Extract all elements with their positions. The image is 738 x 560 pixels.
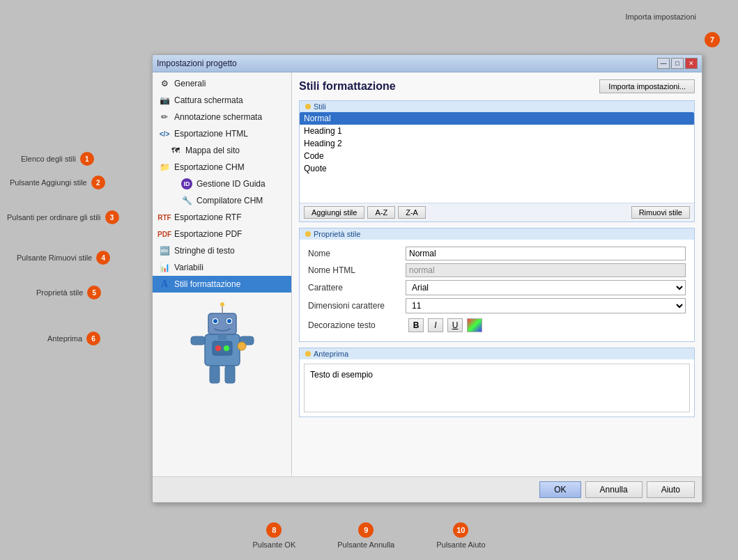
annulla-button[interactable]: Annulla	[585, 481, 643, 498]
sidebar-item-mappa-label: Mappa del sito	[185, 146, 240, 155]
sidebar-item-cattura-label: Cattura schermata	[174, 95, 243, 105]
import-settings-button[interactable]: Importa impostazioni...	[599, 79, 695, 93]
stili-section: Stili Normal Heading 1 Heading 2 Code Qu…	[299, 100, 695, 222]
sidebar-item-gestione[interactable]: ID Gestione ID Guida	[153, 176, 291, 192]
nome-html-input[interactable]	[406, 263, 686, 277]
proprieta-section: Proprietà stile Nome Nome HTML Carattere	[299, 228, 695, 342]
sidebar-item-generali[interactable]: ⚙ Generali	[153, 75, 291, 92]
nome-label: Nome	[305, 245, 403, 262]
dim-carattere-label: Dimensioni carattere	[305, 297, 403, 315]
annotation-1: Elenco degli stili 1	[21, 152, 94, 166]
annotation-4-badge: 4	[96, 251, 110, 265]
sidebar-item-html[interactable]: </> Esportazione HTML	[153, 125, 291, 142]
sidebar-item-rtf-label: Esportazione RTF	[174, 212, 242, 222]
aiuto-button[interactable]: Aiuto	[647, 481, 695, 498]
close-button[interactable]: ✕	[685, 58, 698, 69]
annotation-2-label: Pulsante Aggiungi stile	[10, 178, 87, 187]
anteprima-label: Anteprima	[314, 350, 348, 358]
compiler-icon: 🔧	[180, 194, 193, 207]
sidebar-item-rtf[interactable]: RTF Esportazione RTF	[153, 209, 291, 226]
rimuovi-stile-button[interactable]: Rimuovi stile	[631, 206, 690, 219]
svg-point-6	[213, 319, 217, 323]
sidebar-item-mappa[interactable]: 🗺 Mappa del sito	[153, 142, 291, 159]
annotation-4: Pulsante Rimuovi stile 4	[17, 251, 110, 265]
svg-point-16	[238, 342, 246, 350]
chm-icon: 📁	[158, 161, 171, 173]
carattere-label: Carattere	[305, 279, 403, 297]
annotate-icon: ✏	[158, 111, 171, 123]
anteprima-section: Anteprima Testo di esempio	[299, 348, 695, 417]
annotation-5-badge: 5	[87, 286, 101, 300]
sidebar: ⚙ Generali 📷 Cattura schermata ✏ Annotaz…	[153, 72, 292, 476]
preview-text: Testo di esempio	[310, 370, 373, 380]
svg-point-3	[220, 302, 224, 306]
bottom-annotation-8: 8 Pulsante OK	[252, 522, 295, 549]
svg-point-14	[215, 345, 221, 351]
sidebar-item-stringhe[interactable]: 🔤 Stringhe di testo	[153, 242, 291, 259]
sidebar-item-pdf[interactable]: PDF Esportazione PDF	[153, 226, 291, 242]
underline-button[interactable]: U	[447, 318, 463, 332]
pdf-icon: PDF	[158, 228, 171, 240]
annotation-2: Pulsante Aggiungi stile 2	[10, 176, 105, 189]
stili-section-header: Stili	[300, 101, 694, 112]
nome-value-cell	[403, 245, 689, 262]
sort-za-button[interactable]: Z-A	[398, 206, 426, 219]
annotation-2-badge: 2	[91, 176, 105, 189]
top-annotation-badge: 7	[705, 32, 720, 47]
font-icon: A	[158, 278, 171, 290]
bold-button[interactable]: B	[408, 318, 424, 332]
aggiungi-stile-button[interactable]: Aggiungi stile	[304, 206, 364, 219]
sidebar-item-compilatore[interactable]: 🔧 Compilatore CHM	[153, 192, 291, 209]
proprieta-section-header: Proprietà stile	[300, 228, 694, 240]
sidebar-item-chm[interactable]: 📁 Esportazione CHM	[153, 159, 291, 176]
dim-carattere-select[interactable]: 8 9 10 11 12 14 16	[406, 298, 686, 313]
color-button[interactable]	[467, 318, 482, 332]
annotation-4-label: Pulsante Rimuovi stile	[17, 254, 92, 262]
bottom-label-9: Pulsante Annulla	[337, 540, 394, 549]
nome-input[interactable]	[406, 247, 686, 260]
dim-carattere-value-cell: 8 9 10 11 12 14 16	[403, 297, 689, 315]
styles-list[interactable]: Normal Heading 1 Heading 2 Code Quote	[300, 112, 694, 203]
svg-point-7	[227, 319, 231, 323]
carattere-select[interactable]: Arial Times New Roman Courier New Verdan…	[406, 280, 686, 295]
sidebar-item-cattura[interactable]: 📷 Cattura schermata	[153, 92, 291, 109]
sidebar-item-variabili-label: Variabili	[174, 263, 203, 272]
robot-illustration	[153, 293, 291, 390]
bottom-annotation-9: 9 Pulsante Annulla	[337, 522, 394, 549]
sidebar-item-variabili[interactable]: 📊 Variabili	[153, 259, 291, 276]
sitemap-icon: 🗺	[169, 144, 182, 157]
minimize-button[interactable]: —	[657, 58, 670, 69]
sidebar-item-stili[interactable]: A Stili formattazione	[153, 276, 291, 293]
sidebar-item-pdf-label: Esportazione PDF	[174, 229, 242, 239]
annotation-1-label: Elenco degli stili	[21, 155, 76, 163]
sidebar-item-html-label: Esportazione HTML	[174, 129, 248, 139]
stili-label: Stili	[314, 102, 326, 111]
top-annotation-label: Importa impostazioni	[626, 13, 697, 21]
annotation-3: Pulsanti per ordinare gli stili 3	[7, 210, 119, 224]
annotation-6: Anteprima 6	[47, 332, 100, 345]
sidebar-item-stringhe-label: Stringhe di testo	[174, 246, 235, 256]
sidebar-item-compilatore-label: Compilatore CHM	[197, 196, 263, 205]
bottom-label-8: Pulsante OK	[252, 540, 295, 549]
sidebar-item-stili-label: Stili formattazione	[174, 279, 240, 289]
sort-az-button[interactable]: A-Z	[367, 206, 395, 219]
italic-button[interactable]: I	[428, 318, 443, 332]
annotation-6-badge: 6	[86, 332, 100, 345]
svg-rect-8	[218, 334, 226, 340]
annotation-3-badge: 3	[105, 210, 119, 224]
bottom-badge-9: 9	[358, 522, 374, 538]
html-icon: </>	[158, 127, 171, 140]
maximize-button[interactable]: □	[671, 58, 684, 69]
anteprima-dot	[305, 351, 311, 357]
proprieta-label: Proprietà stile	[314, 230, 360, 238]
strings-icon: 🔤	[158, 244, 171, 257]
camera-icon: 📷	[158, 94, 171, 107]
sidebar-item-annotazione[interactable]: ✏ Annotazione schermata	[153, 109, 291, 125]
stili-dot	[305, 104, 311, 109]
sidebar-item-gestione-label: Gestione ID Guida	[197, 179, 266, 189]
ok-button[interactable]: OK	[539, 481, 581, 498]
deco-label: Decorazione testo	[305, 315, 403, 336]
properties-grid: Nome Nome HTML Carattere Arial Times	[300, 240, 694, 341]
bottom-badge-8: 8	[266, 522, 282, 538]
dialog-title: Impostazioni progetto	[157, 59, 237, 68]
